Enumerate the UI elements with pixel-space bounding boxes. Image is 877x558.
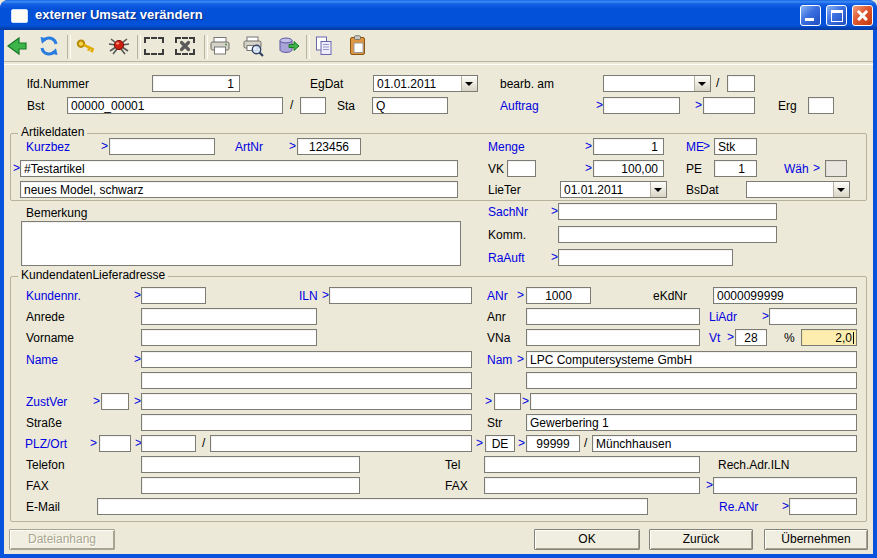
raauft-field[interactable] bbox=[558, 249, 733, 266]
zurueck-button[interactable]: Zurück bbox=[649, 529, 753, 550]
bezeichnung1-field[interactable]: #Testartikel bbox=[20, 160, 458, 177]
auftrag-field-1[interactable] bbox=[603, 97, 680, 114]
selection-empty-icon[interactable] bbox=[142, 34, 166, 58]
anrede-field[interactable] bbox=[141, 308, 317, 325]
me-field[interactable]: Stk bbox=[714, 138, 757, 155]
artnr-label[interactable]: ArtNr bbox=[235, 141, 263, 154]
kundennr-label[interactable]: Kundennr. bbox=[26, 290, 81, 303]
zustver-label[interactable]: ZustVer bbox=[26, 396, 67, 409]
menge-label[interactable]: Menge bbox=[488, 141, 525, 154]
copy-icon[interactable] bbox=[312, 34, 336, 58]
plzort-label[interactable]: PLZ/Ort bbox=[25, 438, 67, 451]
name2-field[interactable] bbox=[141, 372, 472, 389]
reanr-label[interactable]: Re.ANr bbox=[719, 501, 758, 514]
zustver-field-3[interactable] bbox=[494, 393, 521, 410]
bearb-am-suffix-field[interactable] bbox=[727, 75, 755, 92]
str-field[interactable]: Gewerbering 1 bbox=[526, 414, 857, 431]
sta-field[interactable]: Q bbox=[372, 97, 448, 114]
plz-field[interactable]: 99999 bbox=[526, 435, 580, 452]
rechadriln-field[interactable] bbox=[713, 477, 857, 494]
erg-field[interactable] bbox=[808, 97, 834, 114]
email-field[interactable] bbox=[97, 498, 648, 515]
chevron-down-icon[interactable] bbox=[694, 76, 710, 91]
kurzbez-label[interactable]: Kurzbez bbox=[26, 141, 70, 154]
close-button[interactable] bbox=[852, 5, 873, 26]
reanr-field[interactable] bbox=[789, 498, 857, 515]
tel-field[interactable] bbox=[484, 456, 700, 473]
key-icon[interactable] bbox=[74, 34, 98, 58]
waehrung-field[interactable] bbox=[825, 160, 847, 177]
zustver-field-4[interactable] bbox=[530, 393, 857, 410]
kurzbez-field[interactable] bbox=[109, 138, 215, 155]
zustver-field-1[interactable] bbox=[101, 393, 129, 410]
name-label[interactable]: Name bbox=[26, 354, 58, 367]
ort-field[interactable]: Münchhausen bbox=[592, 435, 857, 452]
database-export-icon[interactable] bbox=[276, 34, 300, 58]
ok-button[interactable]: OK bbox=[534, 529, 640, 550]
selection-delete-icon[interactable] bbox=[173, 34, 197, 58]
fax2-field[interactable] bbox=[484, 477, 700, 494]
liadr-field[interactable] bbox=[769, 308, 857, 325]
chevron-down-icon[interactable] bbox=[461, 76, 477, 91]
menge-field[interactable]: 1 bbox=[593, 138, 664, 155]
back-icon[interactable] bbox=[5, 34, 29, 58]
paste-icon[interactable] bbox=[346, 34, 370, 58]
egdat-combo[interactable]: 01.01.2011 bbox=[373, 75, 478, 92]
plz-field-left[interactable] bbox=[141, 435, 196, 452]
chevron-down-icon[interactable] bbox=[650, 182, 666, 197]
vorname-field[interactable] bbox=[141, 329, 317, 346]
bearb-am-combo[interactable] bbox=[603, 75, 711, 92]
minimize-button[interactable] bbox=[800, 5, 821, 26]
print-icon[interactable] bbox=[208, 34, 232, 58]
me-label[interactable]: ME bbox=[686, 141, 704, 154]
bemerkung-textarea[interactable] bbox=[21, 221, 461, 266]
nam-label[interactable]: Nam bbox=[487, 354, 512, 367]
artnr-field[interactable]: 123456 bbox=[297, 138, 361, 155]
bst-suffix-field[interactable] bbox=[300, 97, 326, 114]
raauft-label[interactable]: RaAuft bbox=[488, 252, 525, 265]
vt-percent-field[interactable]: 2,0 bbox=[801, 329, 857, 346]
uebernehmen-button[interactable]: Übernehmen bbox=[764, 529, 868, 550]
vt-label[interactable]: Vt bbox=[709, 332, 720, 345]
bsdat-combo[interactable] bbox=[746, 181, 850, 198]
komm-field[interactable] bbox=[558, 226, 777, 243]
vt-field[interactable]: 28 bbox=[735, 329, 767, 346]
vk-small-field[interactable] bbox=[507, 160, 536, 177]
ekdnr-field[interactable]: 0000099999 bbox=[713, 287, 857, 304]
strasse-field[interactable] bbox=[141, 414, 472, 431]
waehrung-label[interactable]: Wäh bbox=[784, 163, 809, 176]
sachnr-label[interactable]: SachNr bbox=[488, 206, 528, 219]
liadr-label[interactable]: LiAdr bbox=[709, 311, 737, 324]
chevron-down-icon[interactable] bbox=[833, 182, 849, 197]
lieter-combo[interactable]: 01.01.2011 bbox=[560, 181, 667, 198]
vk-field[interactable]: 100,00 bbox=[593, 160, 664, 177]
print-preview-icon[interactable] bbox=[241, 34, 265, 58]
refresh-icon[interactable] bbox=[37, 34, 61, 58]
bst-field[interactable]: 00000_00001 bbox=[67, 97, 283, 114]
pe-field[interactable]: 1 bbox=[714, 160, 757, 177]
iln-field[interactable] bbox=[329, 287, 472, 304]
dateianhang-button[interactable]: Dateianhang bbox=[9, 529, 115, 550]
nam2-field[interactable] bbox=[526, 372, 857, 389]
bezeichnung2-field[interactable]: neues Model, schwarz bbox=[20, 181, 458, 198]
anr-label[interactable]: ANr bbox=[487, 290, 508, 303]
name-field[interactable] bbox=[141, 351, 472, 368]
zustver-field-2[interactable] bbox=[141, 393, 472, 410]
maximize-button[interactable] bbox=[826, 5, 847, 26]
telefon-field[interactable] bbox=[141, 456, 360, 473]
sachnr-field[interactable] bbox=[558, 203, 777, 220]
auftrag-field-2[interactable] bbox=[703, 97, 755, 114]
plzort-field-1[interactable] bbox=[99, 435, 131, 452]
land-field[interactable]: DE bbox=[485, 435, 515, 452]
auftrag-label[interactable]: Auftrag bbox=[500, 100, 539, 113]
fax-field[interactable] bbox=[141, 477, 360, 494]
kundennr-field[interactable] bbox=[141, 287, 206, 304]
ort-field-left[interactable] bbox=[210, 435, 472, 452]
debug-spider-icon[interactable] bbox=[107, 34, 131, 58]
iln-label[interactable]: ILN bbox=[299, 290, 318, 303]
vna-field[interactable] bbox=[526, 329, 700, 346]
anr-field[interactable]: 1000 bbox=[526, 287, 591, 304]
lfd-nummer-field[interactable]: 1 bbox=[152, 75, 240, 92]
anr2-field[interactable] bbox=[526, 308, 700, 325]
nam-field[interactable]: LPC Computersysteme GmbH bbox=[526, 351, 857, 368]
